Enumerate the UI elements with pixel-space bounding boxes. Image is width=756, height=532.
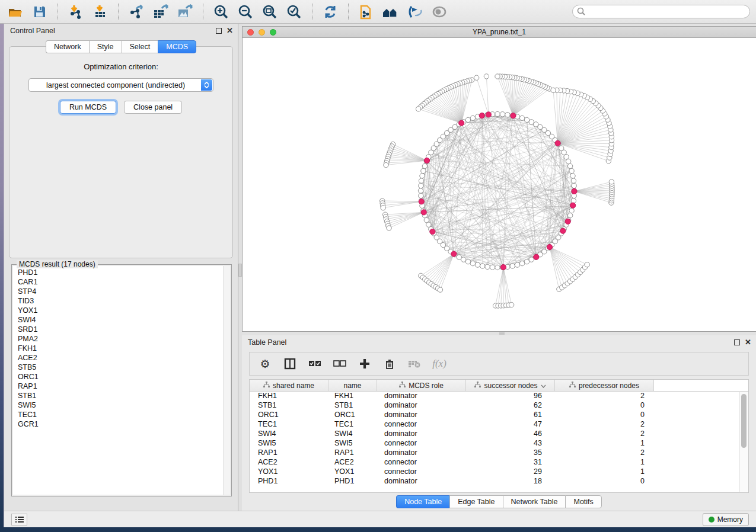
network-canvas[interactable] xyxy=(243,38,756,331)
first-neighbors-icon[interactable] xyxy=(381,3,400,21)
open-file-icon[interactable] xyxy=(6,3,25,21)
toolbar-separator xyxy=(118,4,119,20)
table-row[interactable]: SWI4SWI4dominator462 xyxy=(250,430,748,439)
network-titlebar: YPA_prune.txt_1 xyxy=(243,27,756,38)
task-history-button[interactable] xyxy=(11,514,27,525)
tab-node-table[interactable]: Node Table xyxy=(396,495,449,508)
float-panel-icon[interactable] xyxy=(734,339,740,345)
right-column: YPA_prune.txt_1 Table Panel xyxy=(242,24,756,511)
search-input[interactable] xyxy=(572,5,750,18)
import-network-icon[interactable] xyxy=(66,3,85,21)
tab-motifs[interactable]: Motifs xyxy=(565,495,601,508)
save-session-icon[interactable] xyxy=(30,3,49,21)
table-row[interactable]: ACE2ACE2connector311 xyxy=(250,458,748,467)
mcds-result-item[interactable]: SWI5 xyxy=(18,400,218,410)
main-toolbar xyxy=(0,0,756,24)
table-row[interactable]: PHD1PHD1dominator180 xyxy=(250,477,748,486)
delete-column-icon[interactable] xyxy=(382,357,397,371)
table-row[interactable]: YOX1YOX1connector291 xyxy=(250,467,748,477)
deselect-all-icon[interactable] xyxy=(333,357,347,371)
delete-table-icon-disabled xyxy=(407,357,422,371)
mcds-result-item[interactable]: FKH1 xyxy=(18,344,218,353)
mcds-result-item[interactable]: TEC1 xyxy=(18,410,218,419)
network-graph[interactable] xyxy=(243,38,756,331)
dropdown-value: largest connected component (undirected) xyxy=(29,81,213,89)
table-row[interactable]: ORC1ORC1dominator610 xyxy=(250,411,748,420)
mcds-result-item[interactable]: ORC1 xyxy=(18,372,218,382)
table-row[interactable]: FKH1FKH1dominator962 xyxy=(250,392,748,401)
mcds-list-scrollbar[interactable] xyxy=(223,266,230,495)
tab-edge-table[interactable]: Edge Table xyxy=(449,495,502,508)
export-image-icon[interactable] xyxy=(176,3,194,21)
sort-chevron-icon xyxy=(541,382,546,390)
refresh-layout-icon[interactable] xyxy=(321,3,340,21)
mcds-result-item[interactable]: PHD1 xyxy=(18,268,218,277)
zoom-selected-icon[interactable] xyxy=(285,3,304,21)
settings-gear-icon[interactable]: ⚙ xyxy=(258,357,272,371)
network-from-file-icon[interactable] xyxy=(357,3,376,21)
close-panel-button[interactable]: Close panel xyxy=(124,101,182,114)
float-panel-icon[interactable] xyxy=(216,28,222,34)
mcds-result-list[interactable]: PHD1CAR1STP4TID3YOX1SWI4SRD1PMA2FKH1ACE2… xyxy=(13,266,223,495)
select-all-icon[interactable] xyxy=(308,357,322,371)
mcds-result-item[interactable]: RAP1 xyxy=(18,382,218,391)
tab-style[interactable]: Style xyxy=(89,40,122,53)
tab-select[interactable]: Select xyxy=(122,40,158,53)
mcds-result-item[interactable]: SWI4 xyxy=(18,315,218,325)
column-header-name[interactable]: name xyxy=(328,380,377,391)
zoom-fit-icon[interactable] xyxy=(260,3,279,21)
table-cell: dominator xyxy=(377,448,466,458)
zoom-in-icon[interactable] xyxy=(212,3,231,21)
table-row[interactable]: SWI5SWI5connector431 xyxy=(250,439,748,448)
scrollbar-thumb[interactable] xyxy=(741,394,747,448)
run-mcds-button[interactable]: Run MCDS xyxy=(60,101,116,114)
mcds-result-item[interactable]: STB5 xyxy=(18,363,218,372)
memory-button[interactable]: Memory xyxy=(703,513,749,526)
table-cell: 29 xyxy=(466,467,555,477)
add-column-icon[interactable] xyxy=(358,357,372,371)
table-scrollbar[interactable] xyxy=(739,392,748,492)
tab-network[interactable]: Network xyxy=(46,40,89,53)
splitter-grip[interactable] xyxy=(238,264,242,277)
column-header-shared-name[interactable]: shared name xyxy=(250,380,328,391)
mcds-result-item[interactable]: ACE2 xyxy=(18,353,218,363)
table-row[interactable]: RAP1RAP1dominator352 xyxy=(250,448,748,458)
function-builder-icon-disabled: f(x) xyxy=(432,357,446,371)
hide-selected-icon[interactable] xyxy=(406,3,425,21)
mcds-result-item[interactable]: SRD1 xyxy=(18,325,218,334)
tab-mcds[interactable]: MCDS xyxy=(158,40,196,53)
zoom-out-icon[interactable] xyxy=(236,3,255,21)
search-icon xyxy=(577,7,586,18)
mcds-result-item[interactable]: CAR1 xyxy=(18,277,218,287)
table-cell: SWI5 xyxy=(250,439,328,448)
mcds-result-item[interactable]: GCR1 xyxy=(18,419,218,429)
mcds-result-item[interactable]: YOX1 xyxy=(18,306,218,315)
close-panel-icon[interactable]: ✕ xyxy=(745,339,751,345)
mcds-result-item[interactable]: PMA2 xyxy=(18,334,218,344)
export-table-icon[interactable] xyxy=(151,3,170,21)
table-cell: 43 xyxy=(466,439,555,448)
table-row[interactable]: STB1STB1dominator620 xyxy=(250,401,748,411)
table-cell: 0 xyxy=(555,401,654,411)
horizontal-splitter[interactable] xyxy=(242,332,756,335)
close-panel-icon[interactable]: ✕ xyxy=(227,28,233,34)
tab-network-table[interactable]: Network Table xyxy=(503,495,566,508)
export-network-icon[interactable] xyxy=(127,3,146,21)
table-cell: SWI4 xyxy=(250,430,328,439)
column-header-successor-nodes[interactable]: successor nodes xyxy=(466,380,555,391)
show-column-icon[interactable] xyxy=(283,357,297,371)
column-header-MCDS-role[interactable]: MCDS role xyxy=(377,380,466,391)
table-cell: connector xyxy=(377,439,466,448)
node-table: shared namenameMCDS rolesuccessor nodesp… xyxy=(249,379,749,493)
column-header-predecessor-nodes[interactable]: predecessor nodes xyxy=(555,380,654,391)
table-row[interactable]: TEC1TEC1connector472 xyxy=(250,420,748,430)
show-graphics-details-icon[interactable] xyxy=(430,3,449,21)
optimization-dropdown[interactable]: largest connected component (undirected) xyxy=(28,78,213,92)
vertical-splitter[interactable] xyxy=(238,24,242,511)
import-table-icon[interactable] xyxy=(91,3,110,21)
network-title: YPA_prune.txt_1 xyxy=(243,28,756,36)
mcds-result-item[interactable]: STB1 xyxy=(18,391,218,400)
splitter-grip[interactable] xyxy=(499,332,505,335)
mcds-result-item[interactable]: STP4 xyxy=(18,287,218,296)
mcds-result-item[interactable]: TID3 xyxy=(18,296,218,306)
